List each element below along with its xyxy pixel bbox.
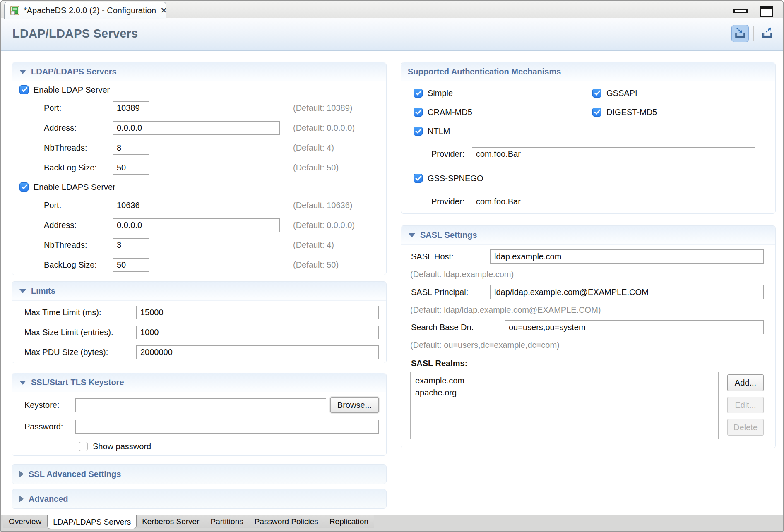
max-pdu-size-row: Max PDU Size (bytes): [12, 342, 386, 362]
tab-password-policies[interactable]: Password Policies [249, 515, 324, 528]
max-size-limit-row: Max Size Limit (entries): [12, 322, 386, 342]
max-pdu-size-input[interactable] [136, 345, 379, 359]
enable-ldap-checkbox[interactable] [19, 85, 29, 94]
field-label: Search Base Dn: [411, 323, 500, 332]
tab-partitions[interactable]: Partitions [205, 515, 249, 528]
sasl-host-input[interactable] [490, 249, 764, 264]
password-input[interactable] [75, 420, 379, 434]
show-password-label: Show password [93, 442, 151, 451]
default-hint: (Default: ldap/ldap.example.com@EXAMPLE.… [401, 304, 775, 316]
sasl-host-row: SASL Host: [401, 245, 775, 268]
ldaps-nbthreads-input[interactable] [113, 238, 149, 252]
ldap-address-input[interactable] [113, 121, 280, 135]
ldaps-port-input[interactable] [113, 199, 149, 212]
max-time-limit-input[interactable] [136, 306, 379, 319]
editor-tab-title: *ApacheDS 2.0.0 (2) - Configuration [24, 6, 156, 15]
form-header: LDAP/LDAPS Servers [1, 18, 783, 51]
chevron-collapsed-icon[interactable] [19, 496, 24, 502]
chevron-expanded-icon[interactable] [409, 233, 415, 237]
section-header-ldap-ldaps[interactable]: LDAP/LDAPS Servers [12, 62, 386, 81]
section-title: Limits [31, 286, 55, 296]
ldaps-nbthreads-row: NbThreads: (Default: 4) [12, 235, 386, 255]
maximize-icon[interactable] [760, 6, 773, 17]
section-header-ssl-advanced[interactable]: SSL Advanced Settings [12, 465, 386, 484]
max-time-limit-row: Max Time Limit (ms): [12, 302, 386, 322]
tab-close-icon[interactable]: ✕ [160, 6, 167, 14]
sasl-realms-list[interactable]: example.com apache.org [410, 372, 719, 439]
editor-tab-configuration[interactable]: *ApacheDS 2.0.0 (2) - Configuration ✕ [4, 2, 166, 19]
default-hint: (Default: 50) [293, 163, 339, 173]
section-body: Keystore: Browse... Password: Show passw… [12, 392, 386, 455]
ldap-nbthreads-input[interactable] [113, 141, 149, 155]
section-body: Enable LDAP Server Port: (Default: 10389… [12, 81, 386, 275]
max-size-limit-input[interactable] [136, 326, 379, 339]
section-sasl-settings: SASL Settings SASL Host: (Default: ldap.… [401, 225, 776, 448]
section-header-sasl[interactable]: SASL Settings [401, 226, 775, 245]
browse-button[interactable]: Browse... [330, 397, 379, 413]
toolbar-separator [753, 26, 754, 41]
chevron-expanded-icon[interactable] [19, 381, 26, 385]
ldap-port-input[interactable] [113, 101, 149, 115]
ldap-nbthreads-row: NbThreads: (Default: 4) [12, 138, 386, 158]
field-label: Port: [44, 103, 113, 113]
section-header-ssl-keystore[interactable]: SSL/Start TLS Keystore [12, 373, 386, 392]
spnego-provider-input[interactable] [472, 195, 755, 208]
ntlm-checkbox[interactable] [414, 127, 423, 136]
editor-tab-strip: *ApacheDS 2.0.0 (2) - Configuration ✕ [1, 1, 783, 19]
enable-ldap-label: Enable LDAP Server [34, 85, 110, 95]
simple-checkbox[interactable] [414, 89, 423, 98]
ntlm-provider-input[interactable] [472, 147, 755, 161]
ldaps-address-row: Address: (Default: 0.0.0.0) [12, 215, 386, 235]
mechanism-row: Simple GSSAPI [401, 84, 775, 103]
cram-md5-checkbox[interactable] [414, 108, 423, 117]
show-password-checkbox[interactable] [79, 442, 88, 451]
field-label: Port: [44, 201, 113, 210]
search-base-dn-input[interactable] [505, 320, 764, 334]
section-title: LDAP/LDAPS Servers [31, 67, 117, 77]
list-item[interactable]: example.com [411, 375, 718, 387]
sasl-realms-buttons: Add... Edit... Delete [727, 372, 764, 441]
digest-md5-checkbox[interactable] [592, 108, 601, 117]
chevron-expanded-icon[interactable] [19, 289, 26, 293]
add-button[interactable]: Add... [727, 374, 764, 391]
section-body: SASL Host: (Default: ldap.example.com) S… [401, 245, 775, 441]
section-header-advanced[interactable]: Advanced [12, 489, 386, 508]
field-label: BackLog Size: [44, 163, 113, 173]
chevron-collapsed-icon[interactable] [19, 471, 24, 477]
import-configuration-button[interactable] [731, 25, 749, 42]
field-label: Address: [44, 123, 113, 133]
keystore-input[interactable] [75, 398, 326, 412]
tab-ldap-ldaps-servers[interactable]: LDAP/LDAPS Servers [47, 515, 137, 529]
field-label: Provider: [431, 197, 472, 206]
show-password-row: Show password [12, 437, 386, 455]
ntlm-provider-row: Provider: [401, 141, 775, 167]
field-label: BackLog Size: [44, 260, 113, 270]
tab-kerberos-server[interactable]: Kerberos Server [137, 515, 205, 528]
export-configuration-button[interactable] [758, 25, 776, 42]
ldaps-backlog-input[interactable] [113, 258, 149, 272]
tab-overview[interactable]: Overview [3, 515, 47, 528]
export-icon [760, 26, 774, 41]
section-title: Supported Authentication Mechanisms [408, 67, 561, 77]
ldaps-address-input[interactable] [113, 218, 280, 232]
section-ssl-keystore: SSL/Start TLS Keystore Keystore: Browse.… [12, 373, 387, 456]
field-label: Max Time Limit (ms): [24, 308, 136, 317]
default-hint: (Default: 50) [293, 260, 339, 270]
ldap-backlog-input[interactable] [113, 161, 149, 175]
enable-ldaps-checkbox[interactable] [19, 182, 29, 192]
section-header-limits[interactable]: Limits [12, 282, 386, 301]
mechanism-row: NTLM [401, 122, 775, 141]
sasl-principal-input[interactable] [490, 285, 764, 299]
section-ssl-advanced-settings: SSL Advanced Settings [12, 464, 387, 484]
minimize-icon[interactable] [733, 9, 748, 13]
list-item[interactable]: apache.org [411, 387, 718, 399]
section-header-auth: Supported Authentication Mechanisms [401, 62, 775, 81]
chevron-expanded-icon[interactable] [19, 70, 26, 74]
simple-label: Simple [428, 89, 453, 98]
delete-button[interactable]: Delete [727, 419, 764, 436]
edit-button[interactable]: Edit... [727, 397, 764, 413]
gss-spnego-checkbox[interactable] [414, 174, 423, 183]
gssapi-checkbox[interactable] [592, 89, 601, 98]
tab-replication[interactable]: Replication [324, 515, 374, 528]
field-label: Password: [24, 422, 75, 431]
